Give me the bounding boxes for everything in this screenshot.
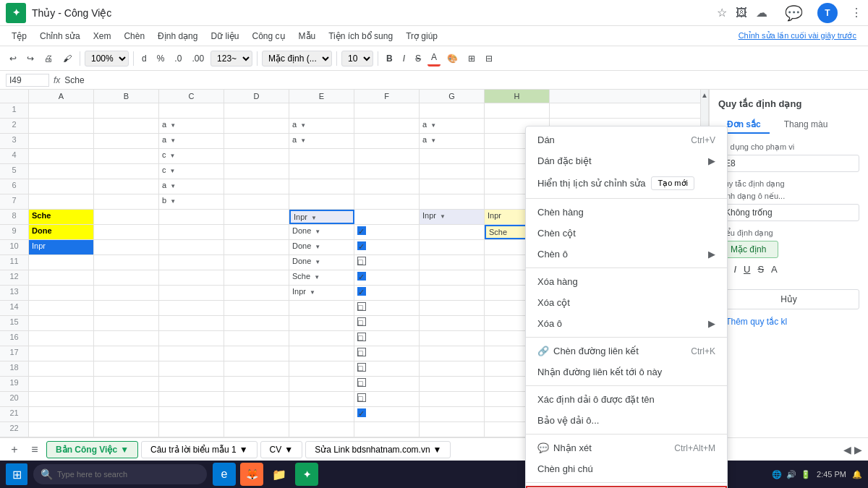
bold-button[interactable]: B (383, 51, 396, 66)
cell[interactable]: Done ▼ (289, 240, 354, 254)
cell[interactable] (224, 240, 289, 254)
scroll-up-arrow[interactable]: ▲ (701, 91, 708, 99)
add-sheet-button[interactable]: + (6, 441, 23, 458)
cell[interactable] (420, 149, 485, 163)
cell[interactable] (289, 361, 354, 376)
cell[interactable] (224, 179, 289, 194)
ctx-protect-range[interactable]: Bảo vệ dải ô... (526, 410, 727, 431)
cell[interactable] (354, 210, 420, 224)
cell[interactable] (354, 134, 420, 148)
cell[interactable] (420, 286, 485, 300)
menu-addons[interactable]: Tiện ích bổ sung (323, 29, 399, 43)
battery-icon[interactable]: 🔋 (801, 470, 811, 479)
merge-button[interactable]: ⊟ (482, 51, 496, 66)
cell-g8[interactable]: Inpr ▼ (420, 210, 485, 224)
ctx-delete-cell[interactable]: Xóa ô ▶ (526, 313, 727, 334)
taskbar-app-3[interactable]: 📁 (268, 463, 291, 486)
cell[interactable] (289, 103, 354, 118)
cell[interactable] (354, 179, 420, 194)
add-rule-button[interactable]: + Thêm quy tắc kl (718, 312, 859, 331)
cell[interactable] (159, 240, 224, 254)
cell[interactable] (159, 422, 224, 437)
ctx-define-range[interactable]: Xác định dải ô được đặt tên (526, 389, 727, 410)
fill-color-button[interactable]: 🎨 (443, 51, 461, 66)
cell[interactable] (289, 149, 354, 163)
cell[interactable] (94, 240, 159, 254)
cell[interactable] (420, 422, 485, 437)
cell[interactable]: □ (354, 346, 420, 361)
cell[interactable] (29, 286, 94, 300)
comment-icon[interactable]: 💬 (785, 4, 803, 22)
sheet-tab-ban-cong-viec[interactable]: Bản Công Việc ▼ (46, 441, 138, 458)
scroll-right-button[interactable]: ▶ (854, 444, 862, 455)
taskbar-search-input[interactable] (57, 470, 200, 479)
cell[interactable] (94, 210, 159, 224)
cell[interactable] (159, 346, 224, 361)
cell[interactable] (159, 301, 224, 315)
cell[interactable]: Sche ▼ (289, 270, 354, 285)
cell[interactable] (224, 392, 289, 406)
col-header-e[interactable]: E (289, 90, 354, 103)
menu-file[interactable]: Tệp (6, 29, 33, 43)
drive-icon[interactable]: ☁ (756, 6, 767, 20)
menu-insert[interactable]: Chèn (118, 29, 150, 43)
cell[interactable] (420, 346, 485, 361)
cell-a10[interactable]: Inpr (29, 240, 94, 254)
cell[interactable]: ✓ (354, 240, 420, 254)
cell[interactable] (354, 103, 420, 118)
cell[interactable]: a ▼ (420, 134, 485, 148)
menu-tools[interactable]: Công cụ (246, 29, 291, 43)
cell[interactable]: a ▼ (289, 134, 354, 148)
cell[interactable]: b ▼ (159, 194, 224, 209)
fmt-strikethrough[interactable]: S (756, 262, 765, 276)
cell[interactable]: □ (354, 331, 420, 346)
formula-input[interactable] (64, 75, 862, 85)
cell[interactable] (289, 331, 354, 346)
cell[interactable] (420, 194, 485, 209)
cell[interactable] (94, 270, 159, 285)
cell[interactable] (94, 377, 159, 391)
cell[interactable] (94, 119, 159, 133)
cell[interactable] (159, 286, 224, 300)
cancel-button[interactable]: Hủy (718, 289, 859, 309)
ctx-paste[interactable]: Dán Ctrl+V (526, 129, 727, 150)
fmt-text-color[interactable]: A (770, 262, 779, 276)
cell[interactable]: a ▼ (289, 119, 354, 133)
cell[interactable] (94, 255, 159, 270)
menu-help[interactable]: Trợ giúp (400, 29, 443, 43)
scroll-left-button[interactable]: ◀ (843, 444, 851, 455)
cell[interactable] (29, 331, 94, 346)
cell[interactable] (159, 316, 224, 330)
cell[interactable] (224, 149, 289, 163)
cell[interactable] (224, 407, 289, 421)
cell[interactable] (94, 407, 159, 421)
cell[interactable]: □ (354, 255, 420, 270)
cell[interactable] (94, 103, 159, 118)
cell[interactable]: Done ▼ (289, 225, 354, 239)
cell[interactable] (159, 225, 224, 239)
cell[interactable] (29, 346, 94, 361)
cell[interactable] (289, 164, 354, 179)
cell[interactable] (94, 134, 159, 148)
cell[interactable]: ✓ (354, 286, 420, 300)
cell[interactable]: a ▼ (159, 179, 224, 194)
cell[interactable] (94, 392, 159, 406)
cell[interactable] (159, 331, 224, 346)
cell[interactable] (159, 361, 224, 376)
user-avatar[interactable]: T (817, 3, 838, 23)
cell[interactable]: a ▼ (159, 134, 224, 148)
menu-edit[interactable]: Chỉnh sửa (34, 29, 86, 43)
cell[interactable]: a ▼ (159, 119, 224, 133)
cell[interactable] (289, 316, 354, 330)
ctx-delete-row[interactable]: Xóa hàng (526, 271, 727, 292)
cell[interactable] (29, 361, 94, 376)
start-button[interactable]: ⊞ (6, 463, 27, 485)
cell[interactable] (29, 301, 94, 315)
col-header-a[interactable]: A (29, 90, 94, 103)
cell[interactable] (224, 346, 289, 361)
paint-format-button[interactable]: 🖌 (59, 51, 75, 66)
more-icon[interactable]: ⋮ (851, 6, 862, 20)
col-header-h[interactable]: H (485, 90, 550, 103)
notification-icon[interactable]: 🔔 (852, 470, 862, 479)
cell[interactable] (159, 392, 224, 406)
